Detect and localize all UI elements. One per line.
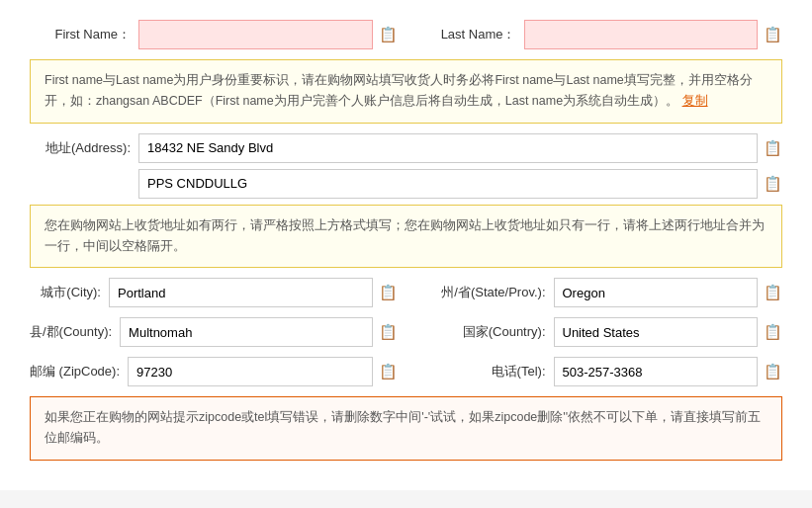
first-name-label: First Name： xyxy=(30,26,138,43)
state-label: 州/省(State/Prov.): xyxy=(415,284,554,301)
tel-input[interactable] xyxy=(554,357,759,386)
zipcode-group: 邮编 (ZipCode): 📋 xyxy=(30,357,398,386)
state-copy-icon[interactable]: 📋 xyxy=(764,284,782,301)
first-name-input-wrap xyxy=(138,20,373,49)
first-name-input[interactable] xyxy=(138,20,373,49)
address2-input[interactable] xyxy=(138,169,758,199)
country-input-wrap xyxy=(554,317,759,347)
address1-input-wrap xyxy=(138,133,758,163)
address1-copy-icon[interactable]: 📋 xyxy=(764,139,782,157)
first-name-copy-icon[interactable]: 📋 xyxy=(379,26,398,43)
zipcode-copy-icon[interactable]: 📋 xyxy=(379,363,398,381)
city-state-row: 城市(City): 📋 州/省(State/Prov.): 📋 xyxy=(30,278,782,307)
county-copy-icon[interactable]: 📋 xyxy=(379,323,398,341)
form-container: First Name： 📋 Last Name： 📋 First name与La… xyxy=(0,0,812,490)
tel-group: 电话(Tel): 📋 xyxy=(415,357,783,386)
city-group: 城市(City): 📋 xyxy=(30,278,398,307)
hint-box-name: First name与Last name为用户身份重要标识，请在购物网站填写收货… xyxy=(30,59,782,124)
address2-input-wrap xyxy=(138,169,758,199)
county-country-row: 县/郡(County): 📋 国家(Country): 📋 xyxy=(30,317,782,347)
address1-group: 地址(Address): 📋 xyxy=(30,133,782,163)
last-name-group: Last Name： 📋 xyxy=(415,20,783,49)
county-group: 县/郡(County): 📋 xyxy=(30,317,398,347)
city-input-wrap xyxy=(109,278,373,307)
zipcode-input[interactable] xyxy=(128,357,372,386)
country-group: 国家(Country): 📋 xyxy=(415,317,783,347)
county-input[interactable] xyxy=(120,317,372,347)
first-name-group: First Name： 📋 xyxy=(30,20,398,49)
tel-label: 电话(Tel): xyxy=(415,363,554,381)
address2-copy-icon[interactable]: 📋 xyxy=(764,175,782,193)
city-label: 城市(City): xyxy=(30,284,109,301)
county-input-wrap xyxy=(120,317,372,347)
state-input-wrap xyxy=(554,278,759,307)
hint-box-address: 您在购物网站上收货地址如有两行，请严格按照上方格式填写；您在购物网站上收货地址如… xyxy=(30,205,782,269)
last-name-copy-icon[interactable]: 📋 xyxy=(764,26,782,43)
city-copy-icon[interactable]: 📋 xyxy=(379,284,398,301)
county-label: 县/郡(County): xyxy=(30,323,120,341)
last-name-input[interactable] xyxy=(524,20,759,49)
state-input[interactable] xyxy=(554,278,759,307)
tel-copy-icon[interactable]: 📋 xyxy=(764,363,782,381)
zipcode-input-wrap xyxy=(128,357,372,386)
zipcode-label: 邮编 (ZipCode): xyxy=(30,363,128,381)
tel-input-wrap xyxy=(554,357,759,386)
last-name-label: Last Name： xyxy=(415,26,524,43)
zip-tel-row: 邮编 (ZipCode): 📋 电话(Tel): 📋 xyxy=(30,357,782,386)
state-group: 州/省(State/Prov.): 📋 xyxy=(415,278,783,307)
address1-input[interactable] xyxy=(138,133,758,163)
address2-group: 📋 xyxy=(30,169,782,199)
country-input[interactable] xyxy=(554,317,759,347)
hint2-text: 您在购物网站上收货地址如有两行，请严格按照上方格式填写；您在购物网站上收货地址如… xyxy=(45,218,765,253)
hint-box-zip: 如果您正在购物的网站提示zipcode或tel填写错误，请删除数字中间'-'试试… xyxy=(30,396,782,461)
name-row: First Name： 📋 Last Name： 📋 xyxy=(30,20,782,49)
hint1-copy-link[interactable]: 复制 xyxy=(682,94,708,108)
city-input[interactable] xyxy=(109,278,373,307)
address1-row: 地址(Address): 📋 xyxy=(30,133,782,163)
hint1-text: First name与Last name为用户身份重要标识，请在购物网站填写收货… xyxy=(45,73,753,108)
country-label: 国家(Country): xyxy=(415,323,554,341)
last-name-input-wrap xyxy=(524,20,759,49)
country-copy-icon[interactable]: 📋 xyxy=(764,323,782,341)
hint3-text: 如果您正在购物的网站提示zipcode或tel填写错误，请删除数字中间'-'试试… xyxy=(45,410,761,445)
address-label: 地址(Address): xyxy=(30,139,138,157)
address2-row: 📋 xyxy=(30,169,782,199)
